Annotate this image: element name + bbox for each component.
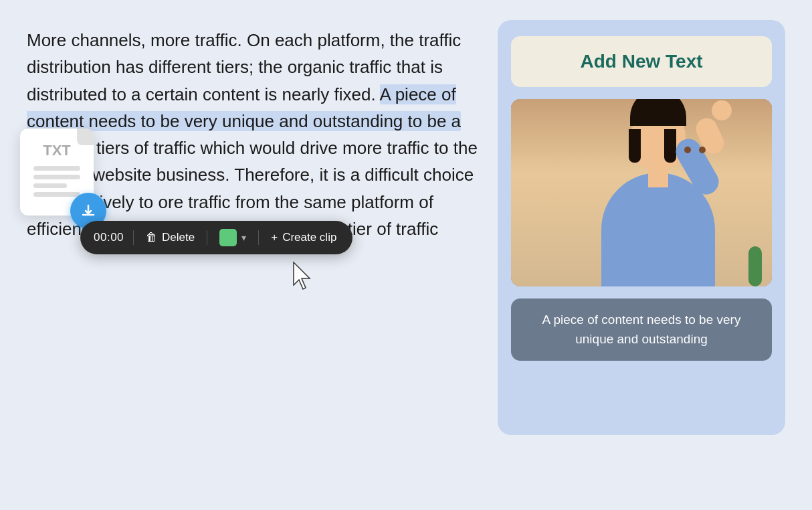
caption-card: A piece of content needs to be very uniq…	[511, 299, 772, 361]
txt-line-2	[33, 175, 80, 179]
toolbar-time: 00:00	[94, 231, 124, 244]
txt-lines	[33, 166, 80, 197]
cursor-icon	[291, 261, 315, 290]
plant-decoration	[738, 233, 772, 286]
right-panel: Add New Text	[498, 20, 785, 435]
txt-line-1	[33, 166, 80, 171]
delete-button[interactable]: 🗑 Delete	[143, 230, 197, 246]
toolbar-divider-1	[133, 230, 134, 245]
person-face-details	[682, 144, 708, 156]
person-hand	[712, 100, 732, 120]
person-figure	[585, 106, 732, 286]
person-hair	[630, 99, 686, 126]
toolbar-divider-3	[258, 230, 259, 245]
svg-marker-0	[294, 262, 310, 289]
plus-icon: +	[271, 231, 278, 244]
person-neck	[648, 167, 668, 187]
create-clip-label: Create clip	[282, 231, 336, 244]
download-icon	[80, 203, 96, 219]
add-new-text-card[interactable]: Add New Text	[511, 36, 772, 87]
color-chip-button[interactable]: ▾	[217, 228, 249, 248]
txt-line-3	[33, 183, 67, 188]
add-new-text-label: Add New Text	[580, 51, 702, 72]
toolbar-divider-2	[207, 230, 207, 245]
chevron-down-icon: ▾	[241, 232, 246, 243]
video-card	[511, 99, 772, 286]
plant-stem	[748, 246, 762, 286]
delete-label: Delete	[162, 231, 195, 244]
txt-label: TXT	[43, 142, 71, 159]
color-chip	[219, 229, 237, 246]
caption-text: A piece of content needs to be very uniq…	[542, 313, 741, 346]
left-panel: More channels, more traffic. On each pla…	[27, 20, 478, 242]
person-hair-left	[629, 129, 641, 163]
eye-right	[699, 147, 706, 153]
create-clip-button[interactable]: + Create clip	[268, 230, 339, 246]
txt-file-icon: TXT	[20, 129, 107, 229]
eye-left	[684, 147, 691, 153]
toolbar-popup: 00:00 🗑 Delete ▾ + Create clip	[80, 221, 352, 254]
person-hair-right	[664, 129, 676, 163]
trash-icon: 🗑	[146, 231, 157, 244]
main-container: More channels, more traffic. On each pla…	[0, 0, 812, 510]
txt-line-4	[33, 192, 80, 197]
